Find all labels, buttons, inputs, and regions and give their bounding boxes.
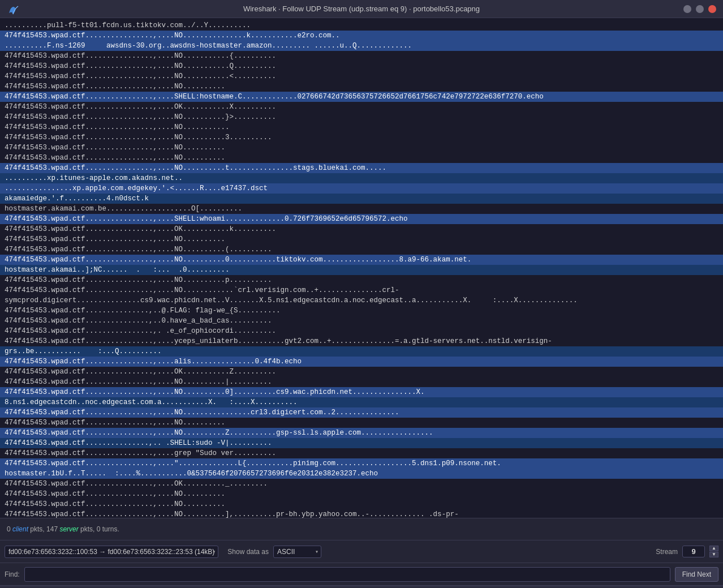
stream-line: 474f415453.wpad.ctf................,....… xyxy=(0,448,723,458)
stream-line: 474f415453.wpad.ctf................,....… xyxy=(0,285,723,295)
show-data-select-wrapper: ASCII Hex Dump EBCDIC Hex xyxy=(273,546,321,558)
stream-up-button[interactable]: ▲ xyxy=(709,546,718,551)
stream-line: 474f415453.wpad.ctf...............,..@.F… xyxy=(0,306,723,316)
stream-line: 474f415453.wpad.ctf................,....… xyxy=(0,71,723,81)
stream-line: 474f415453.wpad.ctf................,....… xyxy=(0,214,723,224)
button-bar: Filter Out This Stream Print Save as… Ba… xyxy=(0,586,723,588)
close-window-button[interactable] xyxy=(708,5,716,13)
client-label: client xyxy=(12,525,28,533)
maximize-button[interactable] xyxy=(696,5,704,13)
app-logo xyxy=(7,3,19,15)
stream-line: 474f415453.wpad.ctf................,....… xyxy=(0,102,723,112)
stream-line: grs..be........... :...Q.......... xyxy=(0,346,723,357)
find-label: Find: xyxy=(5,570,20,578)
window-controls xyxy=(683,5,716,13)
stream-line: 474f415453.wpad.ctf................,. .e… xyxy=(0,326,723,336)
stream-line: 474f415453.wpad.ctf................,....… xyxy=(0,163,723,173)
stream-line: 474f415453.wpad.ctf................,....… xyxy=(0,122,723,132)
controls-bar: fd00:6e73:6563:3232::100:53 → fd00:6e73:… xyxy=(0,540,723,563)
stream-line: 474f415453.wpad.ctf................,....… xyxy=(0,428,723,438)
stream-line: 474f415453.wpad.ctf................,....… xyxy=(0,458,723,469)
stream-down-button[interactable]: ▼ xyxy=(709,552,718,557)
stream-line: 474f415453.wpad.ctf...............,.. .S… xyxy=(0,438,723,448)
stream-line: 474f415453.wpad.ctf................,....… xyxy=(0,132,723,143)
stream-line: 474f415453.wpad.ctf................,....… xyxy=(0,143,723,153)
stream-line: 8.ns1.edgecastcdn..noc.edgecast.com.a...… xyxy=(0,397,723,407)
status-rest: pkts, 0 turns. xyxy=(79,525,119,533)
find-bar: Find: Find Next xyxy=(0,563,723,586)
stream-line: ..........xp.itunes-apple.com.akadns.net… xyxy=(0,173,723,183)
stream-number: 9 xyxy=(682,546,705,557)
stream-line: ..........F.ns-1269 awsdns-30.org..awsdn… xyxy=(0,41,723,51)
show-data-select[interactable]: ASCII Hex Dump EBCDIC Hex xyxy=(273,546,321,558)
stream-line: 474f415453.wpad.ctf................,....… xyxy=(0,153,723,163)
stream-line: akamaiedge.'.f..........4.n0dsct.k xyxy=(0,194,723,204)
stream-line: 474f415453.wpad.ctf................,....… xyxy=(0,255,723,265)
stream-line: 474f415453.wpad.ctf................,....… xyxy=(0,224,723,234)
stream-line: ..........pull-f5-tt01.fcdn.us.tiktokv.c… xyxy=(0,20,723,31)
stream-line: 474f415453.wpad.ctf................,....… xyxy=(0,418,723,428)
status-bar: 0 client pkts, 147 server pkts, 0 turns. xyxy=(0,518,723,540)
stream-line: 474f415453.wpad.ctf...............,..0.h… xyxy=(0,316,723,326)
stream-line: 474f415453.wpad.ctf................,....… xyxy=(0,51,723,61)
stream-label: Stream xyxy=(656,548,678,556)
status-text: 0 client pkts, 147 server pkts, 0 turns. xyxy=(7,525,119,533)
stream-address-selector[interactable]: fd00:6e73:6563:3232::100:53 → fd00:6e73:… xyxy=(5,546,218,558)
stream-line: 474f415453.wpad.ctf................,....… xyxy=(0,357,723,367)
stream-line: 474f415453.wpad.ctf................,....… xyxy=(0,112,723,122)
status-separator1: pkts, 147 xyxy=(28,525,59,533)
stream-line: 474f415453.wpad.ctf................,....… xyxy=(0,387,723,397)
server-label: server xyxy=(59,525,78,533)
stream-line: hostmaster.akamai..];NC...... . :... .0.… xyxy=(0,265,723,275)
stream-line: 474f415453.wpad.ctf................,....… xyxy=(0,336,723,346)
stream-line: 474f415453.wpad.ctf................,....… xyxy=(0,31,723,41)
find-next-button[interactable]: Find Next xyxy=(675,567,718,582)
stream-content-area[interactable]: ..........pull-f5-tt01.fcdn.us.tiktokv.c… xyxy=(0,18,723,518)
stream-line: 474f415453.wpad.ctf................,....… xyxy=(0,377,723,387)
stream-line: 474f415453.wpad.ctf................,....… xyxy=(0,92,723,102)
stream-line: 474f415453.wpad.ctf................,....… xyxy=(0,275,723,285)
client-pkts: 0 xyxy=(7,525,12,533)
minimize-button[interactable] xyxy=(683,5,691,13)
stream-line: symcprod.digicert...............cs9.wac.… xyxy=(0,295,723,306)
addr-wrapper: fd00:6e73:6563:3232::100:53 → fd00:6e73:… xyxy=(5,546,218,558)
stream-line: ................xp.apple.com.edgekey.'.<… xyxy=(0,183,723,194)
stream-line: 474f415453.wpad.ctf................,....… xyxy=(0,489,723,499)
stream-line: 474f415453.wpad.ctf................,....… xyxy=(0,499,723,509)
stream-spinner: ▲ ▼ xyxy=(709,546,718,557)
window-title: Wireshark · Follow UDP Stream (udp.strea… xyxy=(243,5,480,13)
stream-line: 474f415453.wpad.ctf................,....… xyxy=(0,244,723,255)
stream-line: 474f415453.wpad.ctf................,....… xyxy=(0,367,723,377)
stream-line: 474f415453.wpad.ctf................,....… xyxy=(0,61,723,71)
stream-line: hostmaster.1bU.f..T..... :....%.........… xyxy=(0,469,723,479)
titlebar: Wireshark · Follow UDP Stream (udp.strea… xyxy=(0,0,723,18)
stream-line: hostmaster.akamai.com.be................… xyxy=(0,204,723,214)
stream-line: 474f415453.wpad.ctf................,....… xyxy=(0,509,723,518)
find-input[interactable] xyxy=(24,567,670,582)
stream-line: 474f415453.wpad.ctf................,....… xyxy=(0,479,723,489)
stream-line: 474f415453.wpad.ctf................,....… xyxy=(0,81,723,92)
stream-line: 474f415453.wpad.ctf................,....… xyxy=(0,407,723,418)
show-data-label: Show data as xyxy=(227,548,269,556)
stream-line: 474f415453.wpad.ctf................,....… xyxy=(0,234,723,244)
